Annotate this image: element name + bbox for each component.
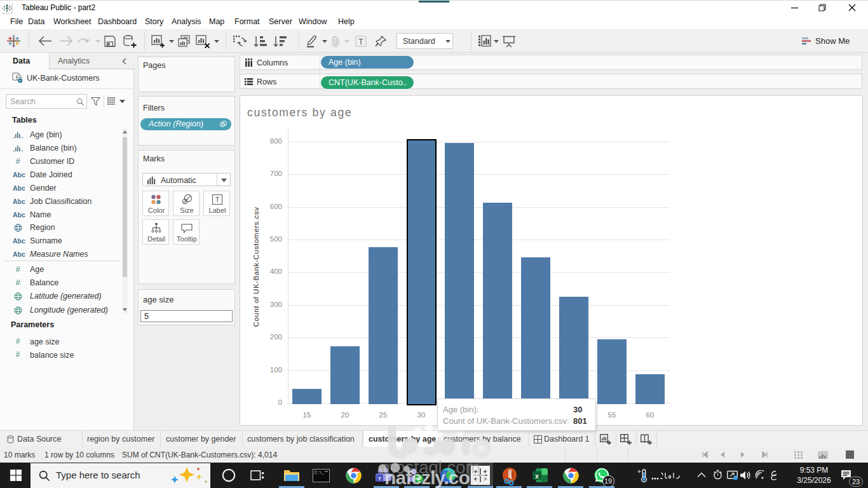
svg-text:T: T: [358, 37, 363, 46]
svg-text:x: x: [535, 473, 539, 480]
svg-text:C:\_: C:\_: [315, 471, 325, 475]
svg-text:T: T: [215, 196, 220, 203]
